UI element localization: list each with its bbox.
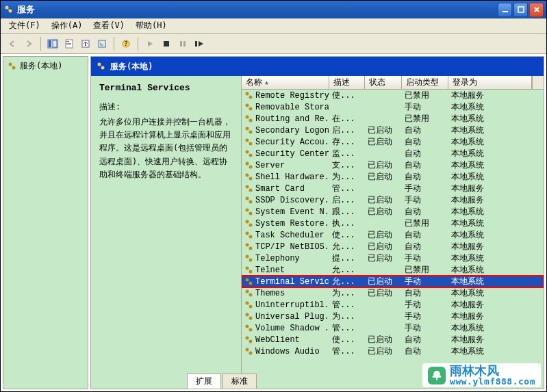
service-row[interactable]: Shell Hardware...为...已启动自动本地系统 bbox=[242, 171, 544, 183]
svg-rect-16 bbox=[164, 41, 169, 47]
service-startup: 手动 bbox=[402, 299, 448, 311]
service-row[interactable]: Security Accou...存...已启动自动本地系统 bbox=[242, 136, 544, 148]
gear-icon bbox=[244, 196, 254, 205]
svg-rect-70 bbox=[436, 378, 437, 380]
service-startup: 手动 bbox=[402, 322, 448, 334]
titlebar: 服务 bbox=[1, 1, 546, 18]
svg-point-48 bbox=[246, 231, 249, 235]
minimize-button[interactable] bbox=[498, 3, 512, 17]
service-name: Routing and Re... bbox=[255, 114, 329, 124]
tab-standard[interactable]: 标准 bbox=[222, 374, 257, 389]
service-logon: 本地系统 bbox=[448, 159, 544, 171]
service-row[interactable]: Universal Plug...为...手动本地服务 bbox=[242, 311, 544, 322]
svg-point-64 bbox=[246, 324, 249, 328]
service-status: 已启动 bbox=[365, 171, 402, 183]
service-row[interactable]: Task Scheduler使...已启动自动本地系统 bbox=[242, 229, 544, 241]
service-logon: 本地系统 bbox=[448, 322, 544, 334]
tab-extended[interactable]: 扩展 bbox=[187, 374, 221, 389]
svg-point-25 bbox=[249, 95, 253, 99]
svg-point-39 bbox=[249, 177, 253, 180]
svg-point-54 bbox=[246, 266, 249, 270]
export-button[interactable] bbox=[78, 36, 93, 51]
refresh-button[interactable] bbox=[94, 36, 110, 51]
sort-asc-icon: ▲ bbox=[265, 79, 268, 86]
restart-button[interactable] bbox=[192, 36, 207, 51]
service-desc: 管... bbox=[329, 299, 365, 311]
help-button[interactable]: ? bbox=[118, 36, 133, 51]
column-startup-type[interactable]: 启动类型 bbox=[402, 76, 448, 89]
column-status[interactable]: 状态 bbox=[365, 76, 402, 89]
svg-point-47 bbox=[249, 223, 253, 226]
show-hide-tree-button[interactable] bbox=[45, 36, 60, 51]
close-button[interactable] bbox=[529, 3, 544, 17]
svg-point-45 bbox=[249, 211, 253, 215]
svg-point-52 bbox=[246, 254, 249, 258]
service-name: Terminal Services bbox=[255, 277, 329, 287]
service-row[interactable]: System Event N...跟...已启动自动本地系统 bbox=[242, 206, 544, 218]
svg-rect-10 bbox=[66, 44, 71, 45]
menu-view[interactable]: 查看(V) bbox=[88, 18, 130, 33]
service-logon: 本地系统 bbox=[448, 276, 544, 287]
watermark-logo bbox=[428, 367, 446, 384]
svg-point-42 bbox=[246, 196, 249, 200]
service-row[interactable]: Security Center监...自动本地系统 bbox=[242, 148, 544, 159]
service-row[interactable]: Telephony提...已启动手动本地系统 bbox=[242, 252, 544, 264]
service-row[interactable]: Themes为...已启动自动本地系统 bbox=[242, 287, 544, 299]
panel-header-title: 服务(本地) bbox=[110, 61, 153, 73]
service-row[interactable]: Uninterruptibl...管...手动本地服务 bbox=[242, 299, 544, 311]
menu-help[interactable]: 帮助(H) bbox=[130, 18, 173, 33]
service-logon: 本地服务 bbox=[448, 299, 544, 311]
tree-node-services-local[interactable]: 服务(本地) bbox=[6, 60, 85, 73]
service-logon: 本地系统 bbox=[448, 148, 544, 159]
svg-point-35 bbox=[249, 153, 253, 157]
right-panel: 服务(本地) Terminal Services 描述: 允许多位用户连接并控制… bbox=[90, 56, 544, 389]
svg-rect-12 bbox=[85, 42, 86, 46]
svg-point-28 bbox=[246, 115, 249, 118]
stop-button[interactable] bbox=[159, 36, 174, 51]
service-row[interactable]: Removable Storage手动本地系统 bbox=[242, 101, 544, 113]
service-row[interactable]: Remote Registry使...已禁用本地服务 bbox=[242, 90, 544, 101]
back-button bbox=[5, 36, 20, 51]
start-button bbox=[142, 36, 157, 51]
service-row[interactable]: TCP/IP NetBIOS...允...已启动自动本地服务 bbox=[242, 241, 544, 252]
menu-action[interactable]: 操作(A) bbox=[46, 18, 88, 33]
maximize-button[interactable] bbox=[513, 3, 528, 17]
column-name[interactable]: 名称▲ bbox=[242, 76, 329, 89]
column-logon-as[interactable]: 登录为 bbox=[448, 76, 532, 89]
service-row[interactable]: Terminal Services允...已启动手动本地系统 bbox=[242, 276, 544, 287]
svg-point-31 bbox=[249, 130, 253, 133]
service-name: Volume Shadow ... bbox=[255, 324, 329, 333]
service-logon: 本地服务 bbox=[448, 311, 544, 322]
service-name: Telephony bbox=[255, 254, 300, 263]
service-name: WebClient bbox=[255, 335, 300, 345]
service-name: Smart Card bbox=[255, 184, 305, 194]
svg-point-22 bbox=[98, 63, 101, 66]
svg-point-68 bbox=[246, 348, 249, 351]
service-row[interactable]: Secondary Logon启...已启动自动本地系统 bbox=[242, 125, 544, 136]
svg-point-50 bbox=[246, 243, 249, 246]
service-row[interactable]: Smart Card管...手动本地服务 bbox=[242, 183, 544, 194]
service-row[interactable]: System Restore...执...已禁用本地系统 bbox=[242, 218, 544, 229]
service-name: Shell Hardware... bbox=[255, 172, 329, 182]
service-row[interactable]: SSDP Discovery...启...已启动手动本地服务 bbox=[242, 194, 544, 206]
service-row[interactable]: WebClient使...已启动自动本地服务 bbox=[242, 334, 544, 345]
menu-file[interactable]: 文件(F) bbox=[3, 18, 46, 33]
gear-icon bbox=[244, 184, 254, 194]
watermark: 雨林木风 www.ylmf888.com bbox=[422, 363, 541, 387]
service-row[interactable]: Routing and Re...在...已禁用本地系统 bbox=[242, 113, 544, 125]
svg-point-41 bbox=[249, 188, 253, 192]
gear-icon bbox=[244, 242, 254, 252]
properties-button[interactable] bbox=[62, 36, 77, 51]
svg-point-37 bbox=[249, 165, 253, 168]
service-row[interactable]: Telnet允...已禁用本地系统 bbox=[242, 264, 544, 276]
list-body[interactable]: Remote Registry使...已禁用本地服务Removable Stor… bbox=[242, 90, 544, 374]
service-row[interactable]: Volume Shadow ...管...手动本地系统 bbox=[242, 322, 544, 334]
detail-panel: Terminal Services 描述: 允许多位用户连接并控制一台机器，并且… bbox=[91, 76, 242, 374]
service-row[interactable]: Windows Audio管...已启动自动本地系统 bbox=[242, 345, 544, 357]
gear-icon bbox=[97, 62, 106, 71]
service-startup: 自动 bbox=[402, 229, 448, 241]
service-row[interactable]: Server支...已启动自动本地系统 bbox=[242, 159, 544, 171]
svg-point-36 bbox=[246, 161, 249, 165]
gear-icon bbox=[244, 335, 254, 345]
column-description[interactable]: 描述 bbox=[329, 76, 365, 89]
